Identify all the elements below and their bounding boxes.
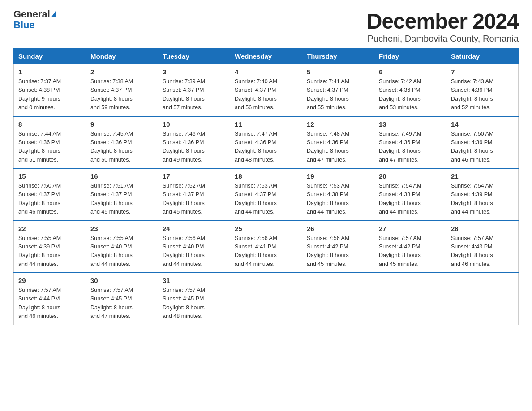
calendar-subtitle: Pucheni, Dambovita County, Romania [367,34,519,44]
day-number: 25 [235,225,297,232]
day-cell: 23Sunrise: 7:55 AMSunset: 4:40 PMDayligh… [86,221,158,273]
day-info-line: Daylight: 8 hours [18,148,60,154]
day-cell: 16Sunrise: 7:51 AMSunset: 4:37 PMDayligh… [86,168,158,221]
day-info-line: Sunrise: 7:38 AM [90,78,133,85]
header-cell-tuesday: Tuesday [158,49,230,64]
day-number: 7 [451,68,514,76]
day-info: Sunrise: 7:40 AMSunset: 4:37 PMDaylight:… [235,77,297,112]
day-info-line: and 59 minutes. [90,104,130,111]
day-info-line: Daylight: 8 hours [451,148,493,154]
day-cell: 13Sunrise: 7:49 AMSunset: 4:36 PMDayligh… [374,116,446,169]
calendar-header: SundayMondayTuesdayWednesdayThursdayFrid… [14,49,519,64]
day-number: 6 [379,68,442,76]
week-row-5: 29Sunrise: 7:57 AMSunset: 4:44 PMDayligh… [14,273,519,325]
header-row: SundayMondayTuesdayWednesdayThursdayFrid… [14,49,519,64]
day-cell: 14Sunrise: 7:50 AMSunset: 4:36 PMDayligh… [446,116,519,169]
day-info-line: Daylight: 8 hours [451,200,493,206]
day-info-line: Sunset: 4:42 PM [307,244,348,250]
day-info: Sunrise: 7:56 AMSunset: 4:42 PMDaylight:… [307,234,369,269]
header-cell-saturday: Saturday [446,49,519,64]
day-info-line: Daylight: 8 hours [90,148,133,154]
day-cell: 29Sunrise: 7:57 AMSunset: 4:44 PMDayligh… [14,273,86,325]
day-number: 26 [307,225,369,232]
day-info-line: and 44 minutes. [379,209,419,215]
day-info-line: Daylight: 8 hours [451,252,493,258]
day-info-line: Daylight: 8 hours [18,200,60,206]
day-info: Sunrise: 7:56 AMSunset: 4:40 PMDaylight:… [163,234,225,269]
day-cell: 18Sunrise: 7:53 AMSunset: 4:37 PMDayligh… [230,168,302,221]
day-info: Sunrise: 7:51 AMSunset: 4:37 PMDaylight:… [90,182,153,217]
day-cell: 24Sunrise: 7:56 AMSunset: 4:40 PMDayligh… [158,221,230,273]
header-cell-thursday: Thursday [302,49,374,64]
day-info-line: and 52 minutes. [451,104,491,111]
day-info-line: Sunrise: 7:50 AM [18,183,61,189]
day-info-line: Sunrise: 7:47 AM [235,131,277,137]
day-info-line: and 48 minutes. [163,313,202,319]
day-info-line: Daylight: 8 hours [379,96,421,102]
day-info: Sunrise: 7:57 AMSunset: 4:42 PMDaylight:… [379,234,442,269]
day-cell: 15Sunrise: 7:50 AMSunset: 4:37 PMDayligh… [14,168,86,221]
day-info-line: Sunrise: 7:50 AM [451,131,493,137]
day-number: 8 [18,120,81,128]
day-info-line: and 46 minutes. [451,157,491,163]
day-info-line: Sunrise: 7:56 AM [307,235,349,241]
day-info-line: Sunset: 4:45 PM [90,295,132,302]
day-info-line: Sunrise: 7:44 AM [18,131,61,137]
day-number: 21 [451,172,514,180]
day-info-line: Sunset: 4:36 PM [379,87,420,93]
day-info-line: Sunrise: 7:51 AM [90,183,133,189]
day-info-line: and 51 minutes. [18,157,58,163]
day-info-line: Sunset: 4:36 PM [379,139,420,146]
week-row-2: 8Sunrise: 7:44 AMSunset: 4:36 PMDaylight… [14,116,519,169]
day-number: 31 [163,277,225,284]
day-info-line: Daylight: 8 hours [163,148,205,154]
day-info-line: Daylight: 8 hours [307,252,349,258]
day-info-line: Sunrise: 7:56 AM [163,235,205,241]
day-number: 13 [379,120,442,128]
day-info: Sunrise: 7:57 AMSunset: 4:44 PMDaylight:… [18,286,81,321]
calendar-title: December 2024 [367,9,519,34]
day-info-line: Daylight: 8 hours [235,96,277,102]
day-info-line: Sunrise: 7:57 AM [451,235,493,241]
day-info-line: and 50 minutes. [90,157,130,163]
day-number: 2 [90,68,153,76]
day-info-line: Sunrise: 7:42 AM [379,78,421,85]
day-info-line: Sunset: 4:37 PM [90,191,132,197]
day-info-line: Sunrise: 7:54 AM [451,183,493,189]
day-info-line: and 45 minutes. [90,209,130,215]
day-number: 23 [90,225,153,232]
week-row-1: 1Sunrise: 7:37 AMSunset: 4:38 PMDaylight… [14,64,519,116]
day-info-line: Sunset: 4:44 PM [18,295,60,302]
day-info-line: Sunset: 4:37 PM [90,87,132,93]
day-info-line: Daylight: 8 hours [163,96,205,102]
day-info-line: Sunset: 4:37 PM [18,191,60,197]
day-number: 4 [235,68,297,76]
day-info-line: Sunrise: 7:57 AM [90,287,133,293]
day-info-line: and 0 minutes. [18,104,55,111]
day-number: 10 [163,120,225,128]
day-info-line: Sunrise: 7:46 AM [163,131,205,137]
day-info: Sunrise: 7:41 AMSunset: 4:37 PMDaylight:… [307,77,369,112]
day-cell: 22Sunrise: 7:55 AMSunset: 4:39 PMDayligh… [14,221,86,273]
day-number: 18 [235,172,297,180]
day-cell: 20Sunrise: 7:54 AMSunset: 4:38 PMDayligh… [374,168,446,221]
day-info-line: and 44 minutes. [90,261,130,267]
day-cell: 26Sunrise: 7:56 AMSunset: 4:42 PMDayligh… [302,221,374,273]
day-number: 15 [18,172,81,180]
day-info-line: Sunset: 4:43 PM [451,244,492,250]
day-info: Sunrise: 7:54 AMSunset: 4:39 PMDaylight:… [451,182,514,217]
day-info-line: Daylight: 8 hours [307,200,349,206]
day-info-line: Sunrise: 7:57 AM [163,287,205,293]
day-cell: 6Sunrise: 7:42 AMSunset: 4:36 PMDaylight… [374,64,446,116]
day-info-line: and 45 minutes. [163,209,202,215]
day-info-line: Sunrise: 7:43 AM [451,78,493,85]
day-cell: 30Sunrise: 7:57 AMSunset: 4:45 PMDayligh… [86,273,158,325]
day-info-line: Sunset: 4:39 PM [451,191,492,197]
day-number: 29 [18,277,81,284]
day-info: Sunrise: 7:57 AMSunset: 4:43 PMDaylight:… [451,234,514,269]
day-info-line: Sunrise: 7:56 AM [235,235,277,241]
day-cell [374,273,446,325]
day-info: Sunrise: 7:43 AMSunset: 4:36 PMDaylight:… [451,77,514,112]
header-cell-friday: Friday [374,49,446,64]
day-info-line: Sunset: 4:40 PM [90,244,132,250]
